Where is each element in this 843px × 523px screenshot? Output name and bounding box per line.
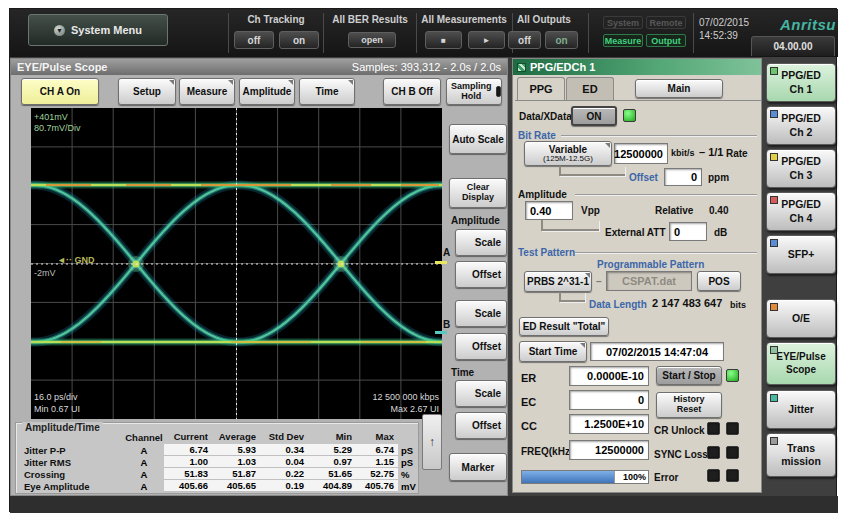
history-reset-button[interactable]: History Reset (656, 392, 722, 418)
sidebar-item-eye-pulse-scope[interactable]: EYE/Pulse Scope (766, 342, 836, 385)
time-group-label: Time (451, 367, 474, 378)
ec-label: EC (521, 396, 536, 408)
all-outputs-on-button[interactable]: on (545, 31, 578, 49)
measurement-progress-bar: 100% (521, 470, 649, 484)
sidebar-item-label: Trans mission (781, 442, 821, 468)
sidebar-item-sfp[interactable]: SFP+ (766, 235, 836, 274)
main-button[interactable]: Main (635, 79, 723, 98)
pattern-file-box: CSPAT.dat (606, 271, 692, 291)
data-length-unit: bits (730, 300, 746, 310)
programmable-pattern-label: Programmable Pattern (597, 259, 704, 270)
sidebar-item-ppg-ed-ch2[interactable]: PPG/ED Ch 2 (766, 106, 836, 145)
start-time-button[interactable]: Start Time (519, 341, 587, 362)
freq-label: FREQ(kHz) (521, 446, 573, 457)
system-indicator: System (603, 16, 643, 29)
start-stop-button[interactable]: Start / Stop (656, 366, 722, 385)
scope-title-bar: EYE/Pulse Scope Samples: 393,312 - 2.0s … (11, 59, 507, 75)
sampling-hold-button[interactable]: Sampling Hold (446, 78, 502, 105)
sidebar-item-transmission[interactable]: Trans mission (766, 433, 836, 477)
amplitude-group-label: Amplitude (451, 215, 500, 226)
sidebar-item-label: SFP+ (788, 248, 815, 261)
anritsu-logo: Anritsu (780, 16, 836, 33)
offset-label: Offset (629, 172, 658, 183)
all-ber-open-button[interactable]: open (348, 32, 396, 48)
bit-rate-ratio: – 1/1 (699, 146, 723, 158)
sidebar-item-ppg-ed-ch3[interactable]: PPG/ED Ch 3 (766, 149, 836, 188)
sidebar-item-ppg-ed-ch4[interactable]: PPG/ED Ch 4 (766, 192, 836, 231)
cr-unlock-led-1 (707, 422, 720, 435)
time-offset-button[interactable]: Offset (455, 412, 507, 439)
er-label: ER (521, 372, 536, 384)
all-measurements-start-button[interactable]: ► (468, 31, 505, 49)
row-channel: A (124, 481, 164, 492)
ch-b-off-button[interactable]: CH B Off (383, 78, 441, 105)
setup-button[interactable]: Setup (118, 78, 176, 105)
pos-button[interactable]: POS (697, 271, 741, 291)
progress-fill (522, 471, 614, 483)
bit-rate-unit: kbit/s (671, 148, 695, 158)
date-text: 07/02/2015 (699, 17, 749, 28)
start-stop-led (726, 369, 739, 382)
tab-ed[interactable]: ED (566, 77, 614, 100)
time-scale-button[interactable]: Scale (455, 380, 507, 407)
row-channel: A (124, 469, 164, 480)
sidebar-item-label: PPG/ED Ch 3 (781, 155, 821, 181)
all-measurements-stop-button[interactable]: ■ (425, 31, 462, 49)
amplitude-button[interactable]: Amplitude (239, 78, 295, 105)
amplitude-offset-b-button[interactable]: Offset (455, 333, 507, 360)
ch-tracking-off-button[interactable]: off (234, 31, 274, 49)
ppg-panel-title-bar: PPG/EDCh 1 (513, 59, 761, 75)
sidebar-item-ppg-ed-ch1[interactable]: PPG/ED Ch 1 (766, 63, 836, 102)
data-length-connector (559, 292, 585, 302)
test-pattern-label: Test Pattern (518, 247, 575, 258)
scope-min-ui-label: Min 0.67 UI (34, 404, 80, 414)
bit-rate-value[interactable]: 12500000 (614, 143, 668, 164)
header-average: Average (212, 431, 260, 443)
row-channel: A (124, 445, 164, 456)
marker-button[interactable]: Marker (449, 453, 507, 481)
sidebar-item-oe[interactable]: O/E (766, 299, 836, 338)
system-menu-button[interactable]: ▼ System Menu (28, 14, 168, 46)
tab-separator (515, 100, 761, 101)
external-att-unit: dB (714, 227, 727, 238)
amplitude-scale-a-button[interactable]: Scale (455, 229, 507, 256)
offset-value[interactable]: 0 (664, 168, 702, 186)
measure-button[interactable]: Measure (179, 78, 235, 105)
table-scroll-up-button[interactable]: ↑ (422, 414, 442, 470)
external-att-value[interactable]: 0 (669, 222, 707, 241)
tab-ppg[interactable]: PPG (517, 77, 565, 100)
sampling-hold-label: Sampling Hold (451, 82, 492, 102)
sidebar-item-jitter[interactable]: Jitter (766, 390, 836, 429)
relative-value: 0.40 (709, 205, 728, 216)
time-text: 14:52:39 (699, 30, 738, 41)
channel-color-chip (770, 303, 778, 311)
instrument-ui: ▼ System Menu Ch Tracking off on All BER… (9, 8, 837, 512)
ch-a-on-button[interactable]: CH A On (21, 78, 99, 105)
ed-result-total-button[interactable]: ED Result "Total" (519, 317, 609, 336)
amplitude-offset-a-button[interactable]: Offset (455, 261, 507, 288)
clear-display-button[interactable]: Clear Display (449, 178, 507, 208)
row-stddev: 0.19 (260, 480, 308, 492)
row-name: Crossing (20, 469, 124, 480)
ch-tracking-on-button[interactable]: on (279, 31, 319, 49)
amplitude-scale-b-button[interactable]: Scale (455, 300, 507, 327)
channel-color-chip (770, 346, 778, 354)
offset-connector (559, 166, 625, 176)
sync-loss-led-2 (726, 446, 739, 459)
prbs-pattern-button[interactable]: PRBS 2^31-1 (524, 271, 592, 292)
scope-max-ui-label: Max 2.67 UI (390, 404, 439, 414)
bit-rate-variable-button[interactable]: Variable (125M-12.5G) (524, 141, 612, 166)
time-button[interactable]: Time (299, 78, 355, 105)
cr-unlock-led-2 (726, 422, 739, 435)
auto-scale-button[interactable]: Auto Scale (449, 124, 507, 154)
all-outputs-off-button[interactable]: off (508, 31, 541, 49)
row-current: 6.74 (164, 444, 212, 456)
channel-color-chip (770, 239, 778, 247)
row-max: 405.76 (356, 480, 398, 492)
row-current: 1.00 (164, 456, 212, 468)
scope-top-mv-label: +401mV (34, 112, 68, 122)
eye-diagram-display: +401mV 80.7mV/Div ◄·· GND -2mV 16.0 ps/d… (31, 108, 442, 419)
system-menu-label: System Menu (71, 24, 142, 36)
amplitude-value[interactable]: 0.40 (525, 201, 573, 220)
data-xdata-on-button[interactable]: ON (571, 106, 617, 126)
